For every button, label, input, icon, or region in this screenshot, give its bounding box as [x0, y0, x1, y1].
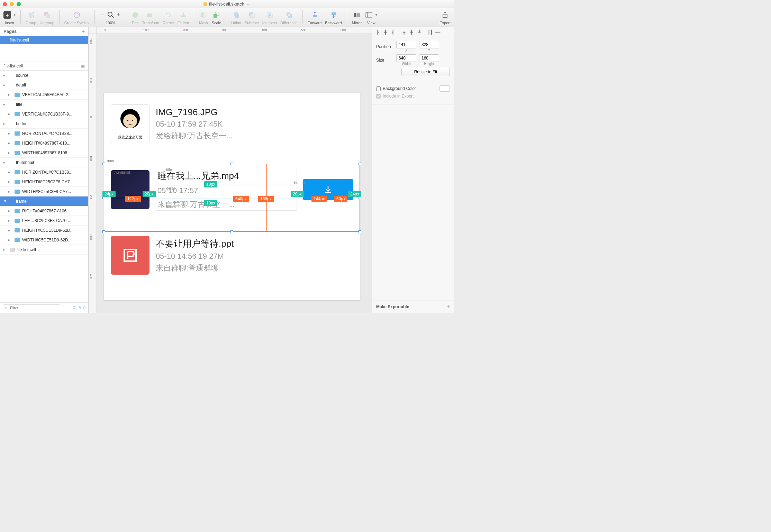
align-bottom-icon[interactable]: ┻	[416, 29, 423, 36]
zoom-out-button[interactable]: −	[100, 11, 106, 19]
chevron-icon[interactable]: ▸	[3, 122, 8, 126]
color-swatch[interactable]	[439, 85, 450, 92]
chevron-icon[interactable]: ▸	[3, 160, 8, 164]
rotate-button[interactable]: Rotate	[163, 10, 174, 25]
height-input[interactable]	[419, 54, 439, 62]
layer-row[interactable]: ▸VERTICAL#55E64EA0-2...	[0, 90, 88, 100]
resize-handle[interactable]	[359, 163, 361, 165]
page-item[interactable]: file-list-cell	[0, 36, 88, 44]
artboard-menu-icon[interactable]: ▣	[81, 64, 85, 68]
subtract-button[interactable]: Subtract	[245, 10, 259, 25]
chevron-icon[interactable]: ▸	[8, 238, 12, 242]
layer-row[interactable]: ▸detail	[0, 80, 88, 90]
layer-row[interactable]: ▼frame	[0, 196, 88, 206]
align-right-icon[interactable]: ┫	[389, 29, 396, 36]
layer-row[interactable]: ▸RIGHT#04897867-8106...	[0, 206, 88, 216]
layer-row[interactable]: ▸WIDTH#8C25C3F8-CA7...	[0, 187, 88, 196]
chevron-icon[interactable]: ▸	[8, 141, 12, 145]
chevron-icon[interactable]: ▸	[3, 83, 8, 87]
union-button[interactable]: Union	[231, 10, 241, 25]
minimize-icon[interactable]	[10, 2, 14, 6]
filter-copy-icon[interactable]: ⧉	[73, 305, 76, 311]
filter-input[interactable]	[3, 304, 60, 311]
layer-row[interactable]: ▸LEFT#8C25C3F8-CA70-...	[0, 216, 88, 226]
canvas[interactable]: 0100200300400500600 -200-100010020030040…	[89, 27, 372, 313]
add-export-icon[interactable]: +	[447, 304, 450, 310]
chevron-icon[interactable]: ▸	[3, 102, 8, 106]
intersect-button[interactable]: Intersect	[262, 10, 277, 25]
mirror-button[interactable]: Mirror	[352, 10, 362, 25]
distribute-h-icon[interactable]: ┃┃	[427, 29, 434, 36]
pages-label: Pages	[3, 29, 17, 34]
resize-handle[interactable]	[102, 163, 105, 165]
layer-row[interactable]: ▸HEIGHT#C5CE51D9-62D...	[0, 226, 88, 235]
scale-button[interactable]: Scale	[212, 10, 221, 25]
chevron-icon[interactable]: ▸	[8, 219, 12, 222]
resize-handle[interactable]	[230, 163, 233, 165]
chevron-icon[interactable]: ▸	[3, 248, 8, 251]
filter-pen-icon[interactable]: ✎	[78, 305, 81, 310]
make-exportable-section[interactable]: Make Exportable +	[372, 301, 454, 313]
background-color-checkbox[interactable]	[376, 86, 381, 91]
maximize-icon[interactable]	[17, 2, 21, 6]
chevron-icon[interactable]: ▸	[8, 131, 12, 135]
view-button[interactable]: ▾View	[365, 10, 377, 25]
position-x-input[interactable]	[396, 41, 416, 48]
artboard-header[interactable]: file-list-cell ▣	[0, 62, 88, 71]
zoom-control[interactable]: − + 100%	[100, 10, 122, 25]
chevron-down-icon[interactable]: ⌄	[246, 2, 249, 6]
include-export-label: Include in Export	[383, 94, 414, 99]
chevron-icon[interactable]: ▸	[8, 190, 12, 193]
layer-row[interactable]: ▸HORIZONTAL#C7C1B38...	[0, 129, 88, 138]
difference-button[interactable]: Difference	[280, 10, 298, 25]
chevron-icon[interactable]: ▼	[3, 199, 8, 203]
chevron-icon[interactable]: ▸	[8, 112, 12, 116]
chevron-icon[interactable]: ▸	[8, 151, 12, 155]
align-top-icon[interactable]: ┳	[400, 29, 407, 36]
layer-row[interactable]: ▸HORIZONTAL#C7C1B38...	[0, 167, 88, 177]
chevron-icon[interactable]: ▸	[3, 73, 8, 77]
align-left-icon[interactable]: ┣	[374, 29, 381, 36]
align-center-h-icon[interactable]: ╋	[382, 29, 389, 36]
layer-row[interactable]: ▸file-list-cell	[0, 245, 88, 255]
edit-button[interactable]: Edit	[132, 10, 139, 25]
layer-row[interactable]: ▸VERTICAL#C7C1B38F-9...	[0, 109, 88, 119]
layer-row[interactable]: ▸HEIGHT#8C25C3F8-CA7...	[0, 177, 88, 187]
layer-row[interactable]: ▸button	[0, 119, 88, 129]
resize-handle[interactable]	[230, 230, 233, 233]
zoom-in-button[interactable]: +	[116, 11, 122, 19]
chevron-icon[interactable]: ▸	[8, 170, 12, 174]
resize-handle[interactable]	[359, 230, 361, 233]
layer-name: VERTICAL#55E64EA0-2...	[22, 92, 72, 97]
layer-row[interactable]: ▸source	[0, 71, 88, 80]
backward-button[interactable]: Backward	[325, 10, 342, 25]
chevron-icon[interactable]: ▸	[8, 228, 12, 232]
close-icon[interactable]	[3, 2, 7, 6]
position-y-input[interactable]	[419, 41, 439, 48]
export-button[interactable]: Export	[439, 10, 451, 25]
resize-handle[interactable]	[102, 230, 105, 233]
layer-row[interactable]: ▸WIDTH#C5CE51D9-62D...	[0, 235, 88, 245]
group-button[interactable]: Group	[26, 10, 36, 25]
chevron-icon[interactable]: ▸	[8, 209, 12, 213]
transform-button[interactable]: Transform	[142, 10, 160, 25]
align-center-v-icon[interactable]: ╋	[408, 29, 415, 36]
resize-to-fit-button[interactable]: Resize to Fit	[401, 68, 450, 76]
layer-row[interactable]: ▸thumbnail	[0, 158, 88, 167]
background-color-row[interactable]: Background Color	[376, 85, 450, 92]
layer-row[interactable]: ▸title	[0, 100, 88, 109]
annotation-label: button	[294, 181, 305, 185]
mask-button[interactable]: Mask	[199, 10, 208, 25]
create-symbol-button[interactable]: Create Symbol	[64, 10, 90, 25]
distribute-v-icon[interactable]: ━━	[434, 29, 441, 36]
layer-row[interactable]: ▸HEIGHT#04897867-810...	[0, 138, 88, 148]
layer-row[interactable]: ▸WIDTH#04897867-8106...	[0, 148, 88, 158]
flatten-button[interactable]: Flatten	[178, 10, 189, 25]
add-page-icon[interactable]: +	[82, 28, 85, 35]
insert-button[interactable]: +▾ Insert	[3, 10, 16, 25]
ungroup-button[interactable]: Ungroup	[40, 10, 54, 25]
chevron-icon[interactable]: ▸	[8, 180, 12, 184]
chevron-icon[interactable]: ▸	[8, 93, 12, 97]
width-input[interactable]	[396, 54, 416, 62]
forward-button[interactable]: Forward	[308, 10, 321, 25]
